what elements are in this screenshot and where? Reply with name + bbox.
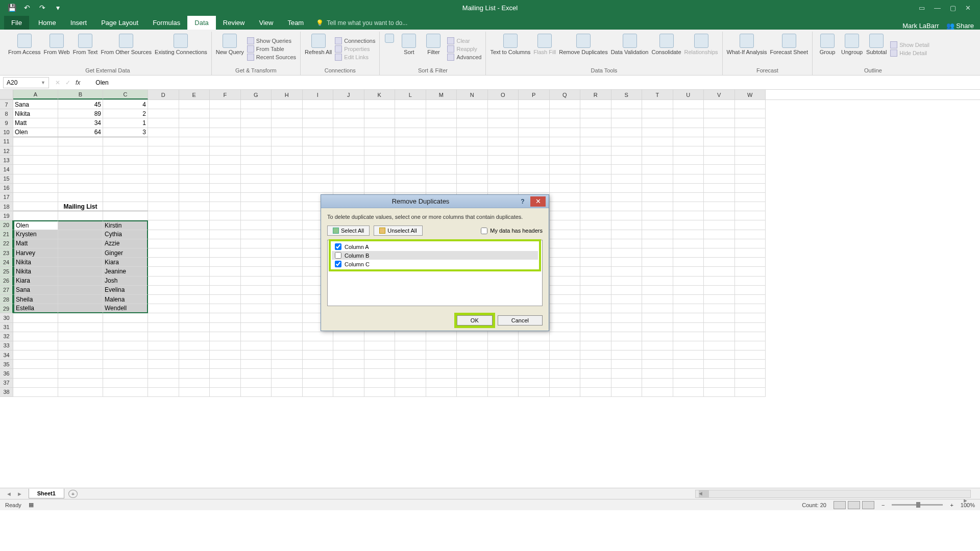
cell[interactable]: [611, 248, 643, 258]
formula-input[interactable]: Olen: [91, 79, 980, 86]
cell[interactable]: [550, 286, 581, 295]
cell[interactable]: [395, 118, 426, 128]
row-header[interactable]: 14: [0, 165, 13, 174]
cell[interactable]: [642, 304, 673, 313]
cell[interactable]: [58, 267, 103, 276]
cell[interactable]: [611, 100, 643, 109]
cell[interactable]: [704, 109, 735, 118]
cell[interactable]: [673, 239, 704, 248]
cell[interactable]: [580, 137, 611, 146]
cell[interactable]: [103, 379, 148, 388]
refresh-all-button[interactable]: Refresh All: [305, 32, 332, 66]
cell[interactable]: [488, 388, 519, 397]
cell[interactable]: [519, 165, 550, 174]
cell[interactable]: [13, 202, 58, 211]
share-button[interactable]: 👥 Share: [946, 22, 974, 30]
row-header[interactable]: 36: [0, 369, 13, 378]
cell[interactable]: [673, 184, 704, 193]
cell[interactable]: [673, 341, 704, 350]
cell[interactable]: Matt: [13, 118, 58, 128]
cell[interactable]: [210, 174, 241, 184]
cell[interactable]: [303, 118, 334, 128]
cell[interactable]: [580, 118, 611, 128]
cell[interactable]: [519, 146, 550, 156]
row-header[interactable]: 18: [0, 202, 13, 211]
cell[interactable]: [272, 313, 303, 322]
cell[interactable]: [426, 109, 457, 118]
cell[interactable]: [735, 184, 766, 193]
cell[interactable]: 34: [58, 118, 103, 128]
cell[interactable]: [58, 211, 103, 220]
cell[interactable]: [642, 146, 673, 156]
cell[interactable]: [550, 230, 581, 239]
cell[interactable]: [210, 202, 241, 211]
row-header[interactable]: 16: [0, 184, 13, 193]
cell[interactable]: [611, 350, 643, 360]
cell[interactable]: [704, 341, 735, 350]
cell[interactable]: [580, 267, 611, 276]
cell[interactable]: [611, 258, 643, 267]
cell[interactable]: [550, 267, 581, 276]
cell[interactable]: [426, 184, 457, 193]
cell[interactable]: 3: [103, 128, 148, 137]
cell[interactable]: [333, 350, 364, 360]
cell[interactable]: Kirstin: [103, 220, 148, 230]
cell[interactable]: [580, 239, 611, 248]
cell[interactable]: [148, 313, 179, 322]
cell[interactable]: [148, 118, 179, 128]
col-header-t[interactable]: T: [642, 90, 673, 99]
cell[interactable]: [488, 156, 519, 165]
cell[interactable]: [673, 220, 704, 230]
cell[interactable]: [210, 211, 241, 220]
cell[interactable]: [241, 267, 272, 276]
tell-me-search[interactable]: 💡 Tell me what you want to do...: [311, 16, 412, 30]
cell[interactable]: [179, 341, 210, 350]
cell[interactable]: [364, 100, 396, 109]
cell[interactable]: [148, 323, 179, 332]
cell[interactable]: [611, 128, 643, 137]
cell[interactable]: [704, 230, 735, 239]
cell[interactable]: [241, 258, 272, 267]
cell[interactable]: [704, 184, 735, 193]
remove-duplicates-button[interactable]: Remove Duplicates: [559, 32, 607, 66]
cell[interactable]: [364, 184, 396, 193]
show-queries-button[interactable]: Show Queries: [247, 37, 296, 44]
cell[interactable]: [210, 230, 241, 239]
cell[interactable]: [241, 313, 272, 322]
cell[interactable]: [519, 109, 550, 118]
cell[interactable]: [580, 313, 611, 322]
cell[interactable]: [704, 100, 735, 109]
cell[interactable]: [58, 286, 103, 295]
cell[interactable]: [457, 165, 488, 174]
cell[interactable]: [148, 286, 179, 295]
cell[interactable]: [13, 369, 58, 378]
fx-icon[interactable]: fx: [76, 79, 85, 86]
cell[interactable]: [611, 109, 643, 118]
column-checkbox-b[interactable]: Column B: [332, 251, 538, 260]
cell[interactable]: [333, 332, 364, 341]
cell[interactable]: [103, 211, 148, 220]
cell[interactable]: [642, 239, 673, 248]
new-query-button[interactable]: New Query: [216, 32, 244, 66]
cell[interactable]: [364, 109, 396, 118]
cell[interactable]: [550, 156, 581, 165]
cell[interactable]: [333, 118, 364, 128]
cell[interactable]: [642, 128, 673, 137]
cell[interactable]: [704, 118, 735, 128]
undo-icon[interactable]: ↶: [22, 3, 32, 12]
cell[interactable]: [580, 165, 611, 174]
cell[interactable]: [148, 128, 179, 137]
cell[interactable]: [550, 379, 581, 388]
cell[interactable]: [179, 295, 210, 304]
row-header[interactable]: 10: [0, 128, 13, 137]
cell[interactable]: [704, 332, 735, 341]
cell[interactable]: Malena: [103, 295, 148, 304]
cell[interactable]: [519, 100, 550, 109]
cell[interactable]: [519, 388, 550, 397]
cell[interactable]: [519, 369, 550, 378]
cell[interactable]: [642, 202, 673, 211]
cell[interactable]: [395, 156, 426, 165]
cell[interactable]: [642, 332, 673, 341]
cell[interactable]: [103, 193, 148, 202]
my-data-has-headers-checkbox[interactable]: My data has headers: [481, 228, 543, 234]
